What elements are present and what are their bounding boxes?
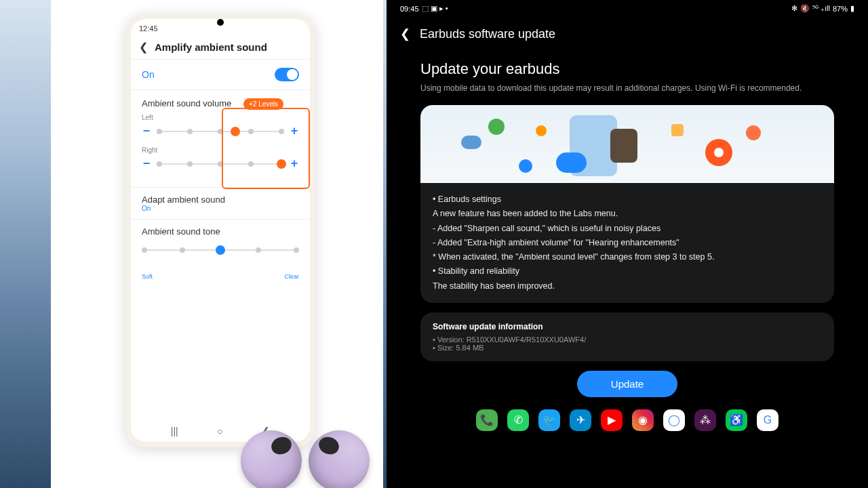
changelog-line: • Earbuds settings bbox=[433, 192, 822, 207]
minus-icon[interactable]: − bbox=[142, 124, 151, 138]
slack-icon[interactable]: ⁂ bbox=[694, 409, 716, 431]
battery-icon: ▮ bbox=[850, 4, 854, 13]
tablet-status-bar: 09:45 ⬚ ▣ ▸ • ✻ 🔇 ⁵ᴳ ₊ıll 87% ▮ bbox=[400, 0, 854, 17]
phone-screen: 12:45 ❮ Amplify ambient sound On Ambient… bbox=[131, 19, 310, 442]
changelog-line: The stability has been improved. bbox=[433, 279, 822, 293]
toggle-label: On bbox=[142, 69, 155, 80]
card-illustration bbox=[420, 105, 834, 183]
earbud-right bbox=[309, 430, 370, 488]
changelog-line: A new feature has been added to the Labs… bbox=[433, 207, 822, 221]
update-button[interactable]: Update bbox=[577, 371, 677, 397]
phone-app-icon[interactable]: 📞 bbox=[476, 409, 498, 431]
tone-clear-label: Clear bbox=[284, 273, 299, 280]
toggle-switch[interactable] bbox=[275, 68, 299, 81]
recent-icon[interactable]: ||| bbox=[171, 426, 178, 436]
changelog-card: • Earbuds settings A new feature has bee… bbox=[420, 105, 834, 303]
tablet-screen: 09:45 ⬚ ▣ ▸ • ✻ 🔇 ⁵ᴳ ₊ıll 87% ▮ ❮ Earbud… bbox=[387, 0, 868, 488]
highlight-box: +2 Levels bbox=[222, 108, 310, 189]
adapt-title: Adapt ambient sound bbox=[142, 195, 299, 205]
phone-frame: 12:45 ❮ Amplify ambient sound On Ambient… bbox=[125, 14, 315, 447]
home-icon[interactable]: ○ bbox=[217, 426, 222, 436]
back-icon[interactable]: ❮ bbox=[400, 26, 410, 41]
earbud-left bbox=[241, 430, 302, 488]
chrome-icon[interactable]: ◯ bbox=[663, 409, 685, 431]
adapt-status: On bbox=[142, 205, 299, 212]
mute-icon: 🔇 bbox=[800, 4, 810, 13]
changelog-line: - Added "Sharpen call sound," which is u… bbox=[433, 222, 822, 236]
levels-badge: +2 Levels bbox=[243, 98, 283, 110]
tablet-header: ❮ Earbuds software update bbox=[400, 17, 854, 51]
tone-section: Ambient sound tone Soft Clear bbox=[131, 219, 310, 287]
bluetooth-icon: ✻ bbox=[791, 4, 797, 13]
app-dock: 📞 ✆ 🐦 ✈ ▶ ◉ ◯ ⁂ ♿ G bbox=[400, 407, 854, 434]
phone-header: ❮ Amplify ambient sound bbox=[131, 35, 310, 59]
instagram-icon[interactable]: ◉ bbox=[632, 409, 654, 431]
google-icon[interactable]: G bbox=[757, 409, 778, 431]
battery-percent: 87% bbox=[833, 5, 848, 13]
network-icon: ⁵ᴳ ₊ıll bbox=[812, 4, 830, 13]
tone-title: Ambient sound tone bbox=[142, 226, 299, 237]
tone-slider[interactable] bbox=[142, 243, 299, 257]
update-info-card: Software update information • Version: R… bbox=[420, 312, 834, 361]
left-product-shot: 12:45 ❮ Amplify ambient sound On Ambient… bbox=[0, 0, 387, 488]
adapt-section[interactable]: Adapt ambient sound On bbox=[131, 187, 310, 219]
twitter-icon[interactable]: 🐦 bbox=[538, 409, 560, 431]
minus-icon[interactable]: − bbox=[142, 157, 151, 171]
telegram-icon[interactable]: ✈ bbox=[570, 409, 591, 431]
tablet-page-title: Earbuds software update bbox=[420, 27, 555, 41]
white-background: 12:45 ❮ Amplify ambient sound On Ambient… bbox=[51, 0, 383, 488]
update-description: Using mobile data to download this updat… bbox=[400, 82, 854, 105]
tone-soft-label: Soft bbox=[142, 273, 153, 280]
volume-section: Ambient sound volume Left − + Right − bbox=[131, 90, 310, 187]
info-title: Software update information bbox=[433, 322, 822, 331]
tone-thumb[interactable] bbox=[216, 245, 225, 255]
info-size: • Size: 5.84 MB bbox=[433, 344, 822, 352]
master-toggle-row[interactable]: On bbox=[131, 59, 310, 90]
accessibility-icon[interactable]: ♿ bbox=[726, 409, 747, 431]
whatsapp-icon[interactable]: ✆ bbox=[507, 409, 529, 431]
changelog-line: * When activated, the "Ambient sound lev… bbox=[433, 250, 822, 264]
status-time: 09:45 bbox=[400, 5, 419, 13]
camera-notch bbox=[217, 19, 224, 26]
back-icon[interactable]: ❮ bbox=[139, 41, 148, 54]
changelog-line: • Stability and reliability bbox=[433, 264, 822, 279]
changelog-line: - Added "Extra-high ambient volume" for … bbox=[433, 236, 822, 250]
changelog-body: • Earbuds settings A new feature has bee… bbox=[420, 183, 834, 303]
status-icons: ⬚ ▣ ▸ • bbox=[422, 4, 448, 13]
youtube-icon[interactable]: ▶ bbox=[601, 409, 623, 431]
page-title: Amplify ambient sound bbox=[155, 41, 267, 53]
info-version: • Version: R510XXU0AWF4/R510XXU0AWF4/ bbox=[433, 336, 822, 344]
update-heading: Update your earbuds bbox=[400, 51, 854, 82]
